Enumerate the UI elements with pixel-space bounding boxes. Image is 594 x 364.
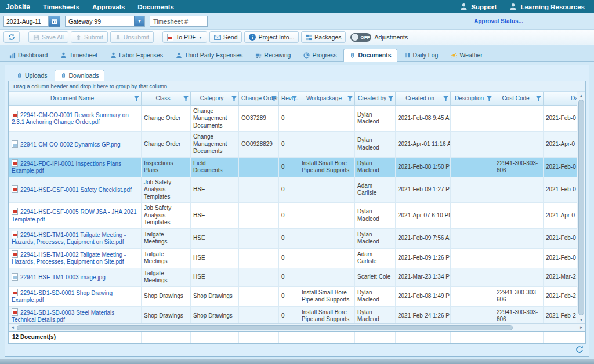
tab-third-party-expenses[interactable]: Third Party Expenses <box>170 49 248 61</box>
nav-item-timesheets[interactable]: Timesheets <box>43 3 79 10</box>
filter-icon[interactable] <box>347 96 353 101</box>
tab-receiving[interactable]: Receiving <box>249 49 296 61</box>
unsubmit-button[interactable]: Unsubmit <box>110 31 154 43</box>
table-row[interactable]: 22941-FDC-IPI-0001 Inspections Plans Exa… <box>9 157 586 177</box>
progress-icon <box>303 52 310 59</box>
table-row[interactable]: 22941-SD1-SD-0001 Shop Drawing Example.p… <box>9 286 586 306</box>
filter-icon[interactable] <box>183 96 189 101</box>
column-header-label: Created by <box>358 95 392 101</box>
grid-body: 22941-CM-CO-0001 Rework Summary on 2.3.1… <box>9 105 586 323</box>
pdf-file-icon <box>12 159 18 167</box>
tab-documents[interactable]: Documents <box>343 49 397 62</box>
subtab-uploads[interactable]: Uploads <box>10 70 53 81</box>
cost-code-cell <box>494 177 544 203</box>
tab-daily-log[interactable]: Daily Log <box>399 49 444 61</box>
scroll-up-icon[interactable]: ▲ <box>579 92 583 99</box>
column-header-created-on[interactable]: Created on <box>396 92 451 105</box>
document-link[interactable]: 22941-HSE-TM1-0001 Tailgate Meeting - Ha… <box>12 232 126 246</box>
footer-cell <box>191 332 239 344</box>
revision-cell: 0 <box>279 268 299 286</box>
horizontal-scrollbar[interactable]: ◄ ► <box>9 323 585 331</box>
table-row[interactable]: 22941-HSE-CSF-0005 ROW JSA - JHA 2021 Te… <box>9 203 586 229</box>
filter-icon[interactable] <box>536 96 541 101</box>
chevron-down-icon[interactable]: ▼ <box>134 16 144 26</box>
workpackage-cell <box>299 132 355 158</box>
column-header-category[interactable]: Category <box>191 92 239 105</box>
nav-item-documents[interactable]: Documents <box>137 3 174 10</box>
approval-status-link[interactable]: Approval Status... <box>474 18 523 24</box>
table-row[interactable]: 22941-HSE-TM1-0002 Tailgate Meeting - Ha… <box>9 248 586 268</box>
scroll-down-icon[interactable]: ▼ <box>579 316 583 323</box>
column-header-workpackage[interactable]: Workpackage <box>299 92 355 105</box>
document-link[interactable]: 22941-CM-CO-0002 Dynamics GP.png <box>20 141 121 148</box>
tab-label: Labor Expenses <box>119 52 163 59</box>
column-header-created-by[interactable]: Created by <box>355 92 396 105</box>
scroll-left-icon[interactable]: ◄ <box>9 326 17 329</box>
filter-icon[interactable] <box>231 96 237 101</box>
vertical-scroll-thumb[interactable] <box>578 100 584 315</box>
workpackage-cell <box>299 268 355 286</box>
document-link[interactable]: 22941-HSE-TM1-0002 Tailgate Meeting - Ha… <box>12 252 126 265</box>
column-header-document-name[interactable]: Document Name <box>9 92 142 105</box>
workpackage-cell <box>299 248 355 268</box>
table-row[interactable]: 22941-HSE-CSF-0001 Safety Checklist.pdfJ… <box>9 177 586 203</box>
category-cell: Field Documents <box>191 157 239 177</box>
tab-label: Dashboard <box>18 52 48 59</box>
table-row[interactable]: 22941-HSE-TM1-0001 Tailgate Meeting - Ha… <box>9 228 586 248</box>
timesheet-number-input[interactable] <box>150 16 208 27</box>
submit-button[interactable]: Submit <box>71 31 108 43</box>
project-info-button[interactable]: i Project Info... <box>244 31 299 43</box>
adjustments-toggle[interactable]: OFF <box>350 33 371 42</box>
nav-item-support[interactable]: Support <box>471 3 497 10</box>
to-pdf-button[interactable]: To PDF ▼ <box>162 31 207 43</box>
column-header-change-order[interactable]: Change Order # <box>239 92 279 105</box>
packages-button[interactable]: Packages <box>301 31 346 43</box>
document-link[interactable]: 22941-HSE-CSF-0001 Safety Checklist.pdf <box>20 187 132 193</box>
table-row[interactable]: 22941-HSE-TM1-0003 image.jpgTailgate Mee… <box>9 268 586 286</box>
table-row[interactable]: 22941-SD1-SD-0003 Steel Materials Techni… <box>9 306 586 323</box>
column-header-revi[interactable]: Revi... <box>279 92 299 105</box>
refresh-button[interactable] <box>3 31 20 43</box>
document-link[interactable]: 22941-HSE-TM1-0003 image.jpg <box>20 274 106 281</box>
horizontal-scroll-thumb[interactable] <box>17 325 513 330</box>
table-row[interactable]: 22941-CM-CO-0001 Rework Summary on 2.3.1… <box>9 105 586 132</box>
send-button[interactable]: Send <box>209 31 242 43</box>
chart-icon <box>9 52 16 59</box>
document-link[interactable]: 22941-HSE-CSF-0005 ROW JSA - JHA 2021 Te… <box>12 209 137 223</box>
document-link[interactable]: 22941-SD1-SD-0001 Shop Drawing Example.p… <box>12 290 113 304</box>
tab-timesheet[interactable]: Timesheet <box>55 49 103 61</box>
refresh-grid-button[interactable] <box>575 345 584 354</box>
footer-cell <box>355 332 396 344</box>
scroll-right-icon[interactable]: ► <box>577 326 585 329</box>
column-header-class[interactable]: Class <box>142 92 191 105</box>
top-nav: Jobsite Timesheets Approvals Documents S… <box>0 0 594 13</box>
document-link[interactable]: 22941-SD1-SD-0003 Steel Materials Techni… <box>12 310 114 323</box>
nav-item-approvals[interactable]: Approvals <box>92 3 125 10</box>
tab-labor-expenses[interactable]: Labor Expenses <box>104 49 169 61</box>
date-input[interactable] <box>3 16 49 27</box>
tab-dashboard[interactable]: Dashboard <box>3 49 53 61</box>
group-by-bar[interactable]: Drag a column header and drop it here to… <box>9 81 585 92</box>
document-link[interactable]: 22941-FDC-IPI-0001 Inspections Plans Exa… <box>12 161 121 174</box>
tab-progress[interactable]: Progress <box>298 49 342 61</box>
description-cell <box>451 248 494 268</box>
tab-weather[interactable]: Weather <box>445 49 488 61</box>
gateway-select[interactable]: Gateway 99 ▼ <box>65 16 145 27</box>
column-header-description[interactable]: Description <box>451 92 494 105</box>
filter-icon[interactable] <box>443 96 448 101</box>
category-cell: HSE <box>191 177 239 203</box>
column-header-label: Description <box>455 95 490 101</box>
subtab-downloads[interactable]: Downloads <box>55 70 105 81</box>
category-cell: Shop Drawings <box>191 306 239 323</box>
category-cell: HSE <box>191 203 239 229</box>
column-header-cost-code[interactable]: Cost Code <box>494 92 544 105</box>
calendar-button[interactable] <box>49 16 60 27</box>
vertical-scrollbar[interactable]: ▲ ▼ <box>577 92 585 323</box>
document-link[interactable]: 22941-CM-CO-0001 Rework Summary on 2.3.1… <box>12 112 129 126</box>
nav-item-learning-resources[interactable]: Learning Resources <box>520 3 585 10</box>
document-name-cell: 22941-CM-CO-0001 Rework Summary on 2.3.1… <box>9 105 142 132</box>
save-all-button[interactable]: Save All <box>28 31 68 43</box>
filter-icon[interactable] <box>134 96 139 101</box>
table-row[interactable]: 22941-CM-CO-0002 Dynamics GP.pngChange O… <box>9 132 586 158</box>
brand-link[interactable]: Jobsite <box>6 3 30 11</box>
